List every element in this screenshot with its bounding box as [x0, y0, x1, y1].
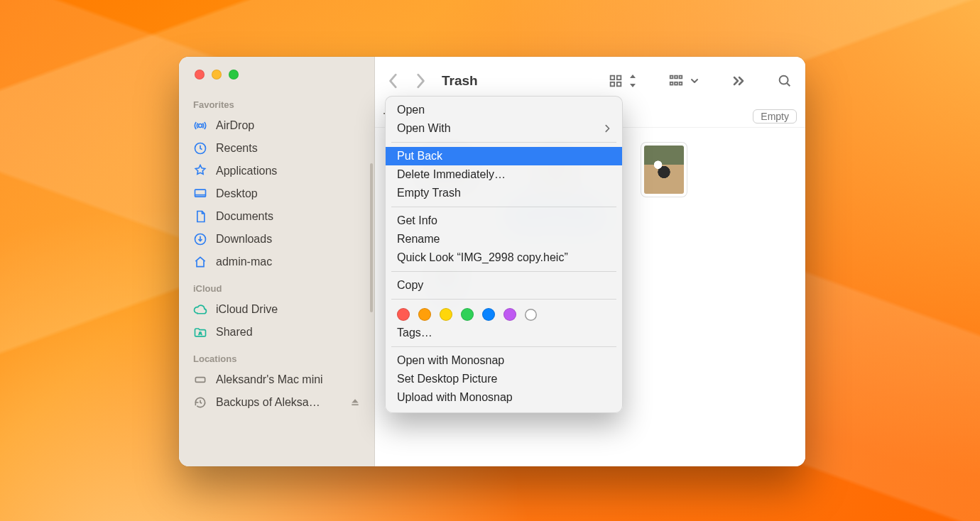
- close-window-button[interactable]: [195, 70, 205, 79]
- back-button[interactable]: [388, 73, 399, 89]
- eject-icon[interactable]: [350, 397, 360, 407]
- sidebar-item-mac-mini[interactable]: Aleksandr's Mac mini: [179, 368, 374, 391]
- sidebar-item-documents[interactable]: Documents: [179, 205, 374, 228]
- file-thumbnail: [644, 146, 684, 194]
- sidebar-item-label: Recents: [216, 142, 258, 155]
- cloud-icon: [193, 302, 207, 317]
- separator: [391, 207, 616, 207]
- separator: [391, 299, 616, 300]
- file-label: [660, 202, 668, 204]
- ctx-open-with[interactable]: Open With: [386, 119, 622, 138]
- overflow-button[interactable]: [730, 75, 746, 87]
- tag-red[interactable]: [397, 308, 410, 321]
- sidebar-scrollbar[interactable]: [370, 163, 373, 312]
- svg-rect-7: [611, 76, 615, 80]
- chevron-down-icon: [690, 77, 699, 84]
- window-title: Trash: [442, 73, 478, 89]
- ctx-rename[interactable]: Rename: [386, 230, 622, 248]
- airdrop-icon: [193, 119, 207, 133]
- sidebar-item-label: Desktop: [216, 187, 258, 200]
- file-item[interactable]: [609, 139, 718, 253]
- sidebar-item-label: admin-mac: [216, 256, 272, 268]
- sidebar-item-downloads[interactable]: Downloads: [179, 228, 374, 251]
- tag-none[interactable]: [525, 309, 537, 321]
- up-down-icon: [629, 75, 636, 87]
- sidebar-item-label: Documents: [216, 210, 273, 223]
- ctx-open-monosnap[interactable]: Open with Monosnap: [386, 351, 622, 370]
- ctx-put-back[interactable]: Put Back: [386, 147, 622, 165]
- sidebar: Favorites AirDrop Recents Applications D…: [179, 57, 375, 466]
- ctx-delete-immediately[interactable]: Delete Immediately…: [386, 165, 622, 184]
- clock-icon: [193, 141, 207, 155]
- ctx-open[interactable]: Open: [386, 101, 622, 119]
- sidebar-item-label: Backups of Aleksa…: [216, 396, 320, 409]
- svg-rect-9: [611, 82, 615, 87]
- sidebar-item-label: Applications: [216, 165, 277, 177]
- sidebar-item-shared[interactable]: Shared: [179, 321, 374, 344]
- ctx-set-desktop[interactable]: Set Desktop Picture: [386, 370, 622, 388]
- applications-icon: [193, 164, 207, 178]
- sidebar-item-applications[interactable]: Applications: [179, 160, 374, 182]
- svg-rect-15: [675, 82, 677, 85]
- svg-rect-14: [670, 82, 673, 85]
- sidebar-section-locations: Locations: [179, 353, 374, 368]
- svg-rect-11: [670, 76, 673, 79]
- empty-trash-button[interactable]: Empty: [753, 109, 797, 124]
- sidebar-item-label: Aleksandr's Mac mini: [216, 373, 323, 386]
- sidebar-item-home[interactable]: admin-mac: [179, 251, 374, 273]
- tag-orange[interactable]: [418, 308, 431, 321]
- separator: [391, 346, 616, 347]
- svg-point-17: [780, 76, 788, 84]
- svg-rect-2: [195, 190, 206, 197]
- sidebar-item-label: AirDrop: [216, 119, 254, 132]
- group-by-button[interactable]: [668, 73, 699, 89]
- computer-icon: [193, 373, 207, 387]
- svg-rect-13: [680, 76, 682, 79]
- download-icon: [193, 232, 207, 246]
- forward-button[interactable]: [415, 73, 426, 89]
- grid-icon: [608, 73, 624, 89]
- sidebar-item-airdrop[interactable]: AirDrop: [179, 114, 374, 137]
- svg-rect-6: [352, 404, 358, 405]
- svg-rect-8: [617, 76, 621, 80]
- svg-point-0: [199, 124, 202, 128]
- tag-blue[interactable]: [482, 308, 495, 321]
- sidebar-item-desktop[interactable]: Desktop: [179, 182, 374, 205]
- svg-rect-12: [675, 76, 677, 79]
- window-controls: [179, 70, 374, 79]
- desktop-icon: [193, 187, 207, 201]
- shared-folder-icon: [193, 325, 207, 339]
- sidebar-item-icloud-drive[interactable]: iCloud Drive: [179, 298, 374, 321]
- ctx-get-info[interactable]: Get Info: [386, 212, 622, 230]
- svg-rect-10: [617, 82, 621, 87]
- tag-purple[interactable]: [503, 308, 516, 321]
- tag-yellow[interactable]: [440, 308, 452, 321]
- sidebar-item-recents[interactable]: Recents: [179, 137, 374, 160]
- desktop-wallpaper: Favorites AirDrop Recents Applications D…: [0, 0, 980, 521]
- ctx-quick-look[interactable]: Quick Look “IMG_2998 copy.heic”: [386, 248, 622, 267]
- ctx-upload-monosnap[interactable]: Upload with Monosnap: [386, 388, 622, 407]
- sidebar-item-label: iCloud Drive: [216, 303, 278, 316]
- group-grid-icon: [668, 73, 685, 89]
- view-icon-mode-button[interactable]: [608, 73, 636, 89]
- ctx-tags[interactable]: Tags…: [386, 324, 622, 342]
- document-icon: [193, 209, 207, 224]
- svg-rect-16: [680, 82, 682, 85]
- minimize-window-button[interactable]: [212, 70, 222, 79]
- sidebar-item-backups[interactable]: Backups of Aleksa…: [179, 391, 374, 414]
- sidebar-section-icloud: iCloud: [179, 283, 374, 298]
- svg-rect-5: [195, 378, 205, 383]
- fullscreen-window-button[interactable]: [229, 70, 239, 79]
- separator: [391, 271, 616, 272]
- ctx-copy[interactable]: Copy: [386, 276, 622, 295]
- separator: [391, 142, 616, 143]
- ctx-tag-colors: [386, 304, 622, 324]
- home-icon: [193, 255, 207, 269]
- sidebar-section-favorites: Favorites: [179, 99, 374, 114]
- tag-green[interactable]: [461, 308, 474, 321]
- chevron-right-icon: [604, 124, 611, 133]
- search-icon[interactable]: [777, 73, 793, 89]
- sidebar-item-label: Shared: [216, 326, 253, 339]
- ctx-empty-trash[interactable]: Empty Trash: [386, 184, 622, 202]
- context-menu: Open Open With Put Back Delete Immediate…: [385, 96, 623, 413]
